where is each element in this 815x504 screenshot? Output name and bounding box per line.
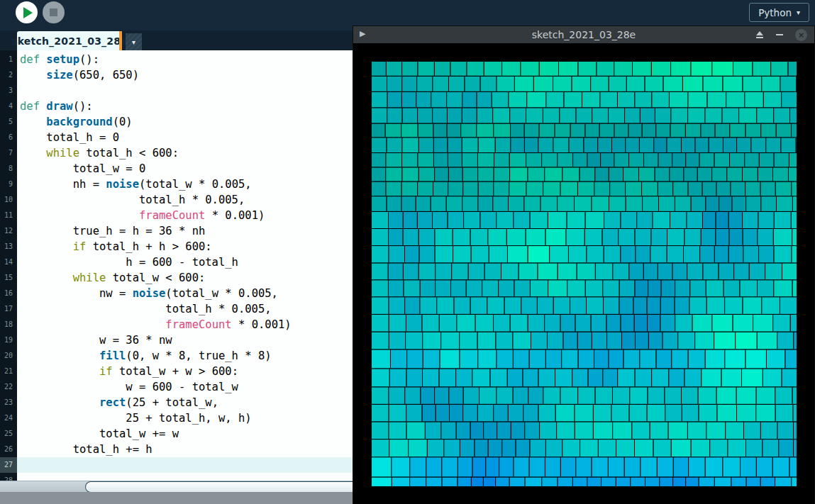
tab-sketch[interactable]: sketch_2021_03_28e bbox=[17, 31, 122, 50]
code-text: def setup(): bbox=[17, 52, 99, 67]
line-number: 24 bbox=[0, 410, 17, 426]
line-number: 20 bbox=[0, 348, 17, 364]
code-text: total_h = 0 bbox=[17, 130, 119, 145]
line-number: 23 bbox=[0, 395, 17, 410]
line-number: 15 bbox=[0, 270, 17, 286]
line-number: 26 bbox=[0, 442, 17, 457]
tab-accent-bar bbox=[119, 31, 122, 50]
line-number: 9 bbox=[0, 177, 17, 192]
line-number: 2 bbox=[0, 67, 17, 83]
minimize-icon[interactable] bbox=[776, 34, 783, 35]
window-controls: × bbox=[755, 26, 807, 43]
tab-label: sketch_2021_03_28e bbox=[11, 35, 128, 47]
sketch-window-titlebar[interactable]: ▶ sketch_2021_03_28e × bbox=[353, 26, 814, 43]
code-text: if total_h + h > 600: bbox=[17, 239, 212, 254]
mode-label: Python bbox=[758, 7, 792, 18]
tab-menu-button[interactable]: ▾ bbox=[126, 33, 142, 50]
sketch-window-title: sketch_2021_03_28e bbox=[353, 29, 814, 40]
shade-icon-triangle bbox=[756, 31, 763, 35]
code-text: total_w += w bbox=[17, 426, 179, 442]
line-number: 10 bbox=[0, 192, 17, 208]
line-number: 1 bbox=[0, 52, 17, 67]
screen: Python ▾ sketch_2021_03_28e ▾ 1def setup… bbox=[0, 0, 815, 504]
code-text: nw = noise(total_w * 0.005, bbox=[17, 286, 278, 301]
line-number: 19 bbox=[0, 332, 17, 348]
code-text bbox=[17, 83, 20, 99]
code-text: nh = noise(total_w * 0.005, bbox=[17, 177, 252, 192]
line-number: 8 bbox=[0, 161, 17, 177]
code-text: w = 600 - total_w bbox=[17, 379, 238, 395]
play-icon bbox=[23, 7, 33, 18]
code-text: total_h += h bbox=[17, 442, 153, 457]
line-number: 6 bbox=[0, 130, 17, 145]
line-number: 4 bbox=[0, 99, 17, 114]
run-button[interactable] bbox=[16, 1, 38, 23]
code-text bbox=[17, 457, 20, 473]
line-number: 16 bbox=[0, 286, 17, 301]
chevron-down-icon: ▾ bbox=[797, 9, 800, 16]
code-text: size(650, 650) bbox=[17, 67, 139, 83]
code-text: true_h = h = 36 * nh bbox=[17, 223, 205, 239]
line-number: 7 bbox=[0, 145, 17, 161]
code-text: frameCount * 0.001) bbox=[17, 317, 292, 332]
stop-icon bbox=[50, 9, 57, 16]
line-number: 12 bbox=[0, 223, 17, 239]
code-text: background(0) bbox=[17, 114, 133, 130]
code-text: total_h * 0.005, bbox=[17, 192, 245, 208]
code-text: w = 36 * nw bbox=[17, 332, 172, 348]
line-number: 25 bbox=[0, 426, 17, 442]
line-number: 14 bbox=[0, 254, 17, 270]
line-number: 11 bbox=[0, 208, 17, 223]
code-text: if total_w + w > 600: bbox=[17, 364, 238, 379]
code-text: rect(25 + total_w, bbox=[17, 395, 218, 410]
code-text: total_h * 0.005, bbox=[17, 301, 272, 317]
line-number: 3 bbox=[0, 83, 17, 99]
sketch-output-window: ▶ sketch_2021_03_28e × bbox=[353, 26, 815, 504]
line-number: 22 bbox=[0, 379, 17, 395]
mode-selector[interactable]: Python ▾ bbox=[749, 3, 809, 22]
code-text: frameCount * 0.001) bbox=[17, 208, 265, 223]
chevron-down-icon: ▾ bbox=[132, 38, 135, 46]
code-text: while total_w < 600: bbox=[17, 270, 205, 286]
shade-icon-bar bbox=[756, 37, 763, 38]
code-text: total_w = 0 bbox=[17, 161, 145, 177]
code-text: h = 600 - total_h bbox=[17, 254, 238, 270]
code-text: while total_h < 600: bbox=[17, 145, 179, 161]
line-number: 5 bbox=[0, 114, 17, 130]
line-number: 18 bbox=[0, 317, 17, 332]
sketch-canvas bbox=[353, 43, 814, 504]
stop-button[interactable] bbox=[43, 1, 65, 23]
shade-icon[interactable] bbox=[755, 31, 764, 38]
line-number: 13 bbox=[0, 239, 17, 254]
line-number: 17 bbox=[0, 301, 17, 317]
line-number: 21 bbox=[0, 364, 17, 379]
code-text: def draw(): bbox=[17, 99, 93, 114]
code-text: 25 + total_h, w, h) bbox=[17, 410, 252, 426]
close-icon[interactable]: × bbox=[795, 29, 807, 41]
code-text: fill(0, w * 8, true_h * 8) bbox=[17, 348, 272, 364]
line-number: 27 bbox=[0, 457, 17, 473]
